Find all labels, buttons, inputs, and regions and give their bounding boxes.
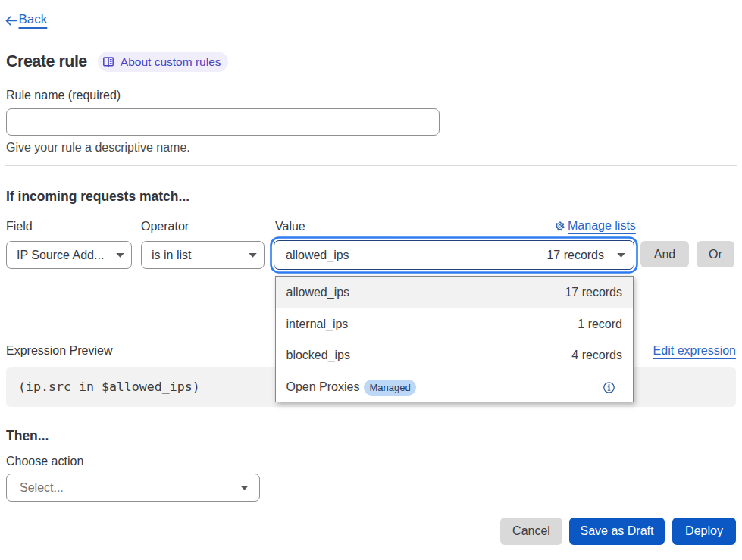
gear-icon	[555, 221, 565, 232]
chevron-down-icon	[616, 252, 626, 258]
edit-expression-link[interactable]: Edit expression	[653, 344, 736, 358]
operator-select-value: is in list	[152, 249, 191, 262]
list-name: blocked_ips	[286, 349, 351, 362]
field-label: Field	[6, 220, 33, 233]
rule-name-helper: Give your rule a descriptive name.	[6, 141, 190, 155]
dropdown-item-allowed-ips[interactable]: allowed_ips 17 records	[276, 277, 633, 308]
book-icon	[103, 57, 114, 67]
match-section-heading: If incoming requests match...	[6, 189, 189, 205]
rule-name-input[interactable]	[6, 108, 440, 136]
list-count: 17 records	[565, 286, 622, 299]
list-count: 1 record	[578, 318, 622, 331]
dropdown-item-open-proxies[interactable]: Open Proxies Managed	[276, 371, 633, 403]
expression-preview-label: Expression Preview	[6, 344, 113, 358]
dropdown-item-blocked-ips[interactable]: blocked_ips 4 records	[276, 340, 633, 372]
operator-select[interactable]: is in list	[141, 241, 265, 269]
cancel-button[interactable]: Cancel	[500, 518, 562, 545]
value-select-name: allowed_ips	[286, 249, 546, 262]
manage-lists-link[interactable]: Manage lists	[553, 219, 636, 233]
list-count: 4 records	[571, 349, 622, 362]
then-heading: Then...	[6, 428, 49, 444]
rule-name-label: Rule name (required)	[6, 89, 121, 102]
chevron-down-icon	[240, 485, 249, 490]
dropdown-item-internal-ips[interactable]: internal_ips 1 record	[276, 308, 633, 340]
title-row: Create rule About custom rules	[6, 52, 228, 72]
list-name: allowed_ips	[286, 286, 350, 299]
value-select-count: 17 records	[546, 249, 604, 262]
list-name: internal_ips	[286, 318, 349, 331]
info-icon[interactable]	[603, 382, 615, 393]
choose-action-label: Choose action	[6, 455, 83, 468]
back-arrow-icon	[5, 15, 18, 27]
value-label: Value	[275, 220, 305, 233]
about-custom-rules-badge[interactable]: About custom rules	[98, 52, 228, 72]
manage-lists-label: Manage lists	[568, 219, 636, 233]
and-button[interactable]: And	[640, 241, 689, 267]
or-button[interactable]: Or	[697, 241, 734, 267]
about-badge-label: About custom rules	[121, 55, 221, 69]
chevron-down-icon	[248, 252, 258, 258]
back-link-label: Back	[19, 12, 48, 27]
action-select-placeholder: Select...	[20, 481, 64, 495]
page-title: Create rule	[6, 52, 87, 71]
list-name: Open Proxies	[286, 380, 360, 394]
expression-code: (ip.src in $allowed_ips)	[18, 380, 200, 394]
back-link[interactable]: Back	[5, 12, 47, 27]
value-select[interactable]: allowed_ips 17 records	[274, 240, 634, 270]
list-dropdown-panel: allowed_ips 17 records internal_ips 1 re…	[275, 276, 634, 402]
deploy-button[interactable]: Deploy	[672, 518, 736, 545]
field-select-value: IP Source Add...	[17, 249, 104, 262]
field-select[interactable]: IP Source Add...	[6, 241, 132, 269]
operator-label: Operator	[141, 220, 189, 233]
managed-badge: Managed	[364, 380, 415, 396]
action-select[interactable]: Select...	[6, 474, 260, 502]
save-as-draft-button[interactable]: Save as Draft	[569, 518, 665, 545]
chevron-down-icon	[115, 252, 125, 258]
divider	[5, 165, 737, 166]
